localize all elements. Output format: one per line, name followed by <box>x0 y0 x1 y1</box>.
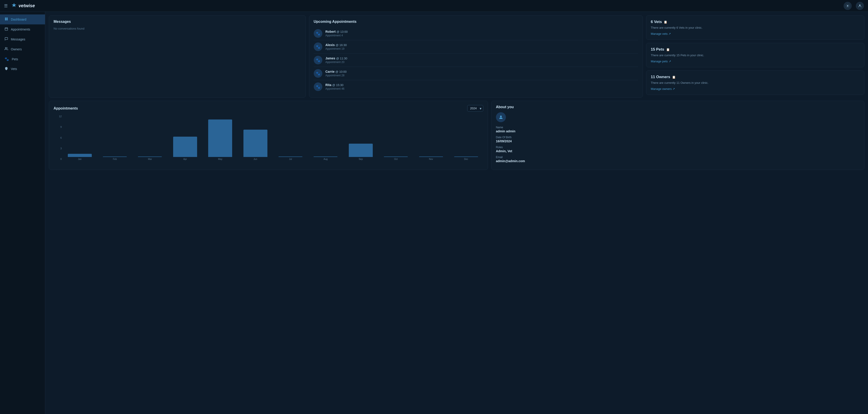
sidebar-item-owners[interactable]: Owners <box>0 44 45 54</box>
sidebar-label-messages: Messages <box>11 37 25 41</box>
owners-stat-title: 11 Owners 📋 <box>651 75 860 79</box>
about-title: About you <box>496 105 860 109</box>
y-label-12: 12 <box>54 115 62 118</box>
bar-sep <box>349 144 373 157</box>
bar-apr <box>173 137 197 157</box>
hamburger-icon[interactable]: ☰ <box>4 3 8 8</box>
appt-name: Rita @ 15:30 <box>326 83 344 87</box>
svg-point-0 <box>847 5 848 6</box>
sun-icon[interactable] <box>844 2 852 10</box>
appointment-item-james[interactable]: 🐾 James @ 11:30 Appointment 20 <box>314 54 638 67</box>
sidebar-item-dashboard[interactable]: Dashboard <box>0 14 45 24</box>
logo: vetwise <box>11 2 35 9</box>
upcoming-appointments-card: Upcoming Appointments 🐾 Robert @ 13:00 A… <box>309 15 643 98</box>
appt-name: Robert @ 13:00 <box>326 30 348 33</box>
email-block: Email admin@admin.com <box>496 156 860 163</box>
sidebar-label-owners: Owners <box>11 47 22 51</box>
bar-nov <box>419 157 443 157</box>
topbar-left: ☰ vetwise <box>4 2 35 9</box>
appointment-item-rita[interactable]: 🐾 Rita @ 15:30 Appointment 46 <box>314 80 638 93</box>
name-label: Name <box>496 126 860 129</box>
external-link-icon: ↗ <box>669 32 671 35</box>
manage-owners-link[interactable]: Manage owners ↗ <box>651 87 860 91</box>
messages-card: Messages No conversations found <box>49 15 306 98</box>
appt-info: James @ 11:30 Appointment 20 <box>326 57 347 64</box>
email-label: Email <box>496 156 860 159</box>
owners-stat-card: 11 Owners 📋 There are currently 11 Owner… <box>646 70 864 95</box>
manage-pets-link[interactable]: Manage pets ↗ <box>651 60 860 63</box>
sidebar-item-appointments[interactable]: Appointments <box>0 24 45 34</box>
top-row: Messages No conversations found Upcoming… <box>49 15 864 98</box>
sidebar-item-pets[interactable]: 🐾 Pets <box>0 54 45 64</box>
appointment-item-robert[interactable]: 🐾 Robert @ 13:00 Appointment 4 <box>314 27 638 40</box>
copy-icon: 📋 <box>666 48 670 51</box>
bar-group-jan: Jan <box>63 154 97 160</box>
bar-group-dec: Dec <box>449 157 483 160</box>
appt-name: Carrie @ 10:00 <box>326 70 347 73</box>
sidebar: Dashboard Appointments Messages Owners 🐾… <box>0 12 45 414</box>
bar-may <box>208 119 232 157</box>
svg-point-11 <box>500 116 502 117</box>
copy-icon: 📋 <box>672 75 676 79</box>
manage-vets-link[interactable]: Manage vets ↗ <box>651 32 860 35</box>
paw-avatar: 🐾 <box>314 69 322 78</box>
bar-group-jul: Jul <box>273 157 307 160</box>
topbar: ☰ vetwise <box>0 0 868 12</box>
bar-label-jan: Jan <box>78 158 82 160</box>
appointment-item-alexis[interactable]: 🐾 Alexis @ 16:30 Appointment 19 <box>314 40 638 54</box>
appt-name: Alexis @ 16:30 <box>326 43 347 47</box>
bar-label-aug: Aug <box>324 158 328 160</box>
bar-label-apr: Apr <box>183 158 187 160</box>
topbar-right <box>844 2 864 10</box>
bar-label-sep: Sep <box>359 158 363 160</box>
appointment-item-carrie[interactable]: 🐾 Carrie @ 10:00 Appointment 28 <box>314 67 638 80</box>
dob-value: 16/09/2024 <box>496 139 860 143</box>
name-value: admin admin <box>496 130 860 133</box>
bar-oct <box>384 157 408 157</box>
appointments-list: 🐾 Robert @ 13:00 Appointment 4 🐾 Alexis <box>314 27 638 93</box>
svg-rect-5 <box>6 19 8 20</box>
owners-stat-desc: There are currently 11 Owners in your cl… <box>651 81 860 84</box>
appt-sub: Appointment 4 <box>326 34 348 37</box>
vets-stat-card: 6 Vets 📋 There are currently 6 Vets in y… <box>646 15 864 40</box>
appt-sub: Appointment 28 <box>326 74 347 77</box>
appt-sub: Appointment 19 <box>326 47 347 50</box>
bar-group-mar: Mar <box>133 157 167 160</box>
pets-stat-card: 15 Pets 📋 There are currently 15 Pets in… <box>646 43 864 67</box>
copy-icon: 📋 <box>664 20 667 24</box>
bar-label-jul: Jul <box>289 158 292 160</box>
sidebar-label-pets: Pets <box>12 57 18 61</box>
sidebar-item-vets[interactable]: Vets <box>0 64 45 74</box>
bar-label-dec: Dec <box>464 158 468 160</box>
svg-point-10 <box>5 47 6 48</box>
bar-group-oct: Oct <box>379 157 413 160</box>
bar-feb <box>103 157 127 157</box>
vets-stat-title: 6 Vets 📋 <box>651 20 860 24</box>
external-link-icon: ↗ <box>669 60 671 63</box>
year-select[interactable]: 2024 2023 2022 <box>467 105 483 111</box>
external-link-icon: ↗ <box>673 87 675 91</box>
appointments-icon <box>4 27 8 32</box>
svg-rect-2 <box>5 18 6 19</box>
bar-jul <box>278 157 303 157</box>
bars-container: JanFebMarAprMayJunJulAugSepOctNovDec <box>63 115 483 160</box>
chart-title: Appointments <box>54 106 78 110</box>
user-avatar-button[interactable] <box>856 2 864 10</box>
appt-sub: Appointment 20 <box>326 61 347 64</box>
svg-rect-4 <box>5 19 6 20</box>
sidebar-item-messages[interactable]: Messages <box>0 34 45 44</box>
messages-icon <box>4 37 8 41</box>
bar-aug <box>313 157 338 157</box>
paw-avatar: 🐾 <box>314 56 322 64</box>
bar-group-feb: Feb <box>98 157 132 160</box>
pets-stat-desc: There are currently 15 Pets in your clin… <box>651 54 860 57</box>
bar-jan <box>68 154 92 157</box>
y-label-3: 3 <box>54 147 62 150</box>
vets-stat-desc: There are currently 6 Vets in your clini… <box>651 26 860 29</box>
bar-label-may: May <box>218 158 222 160</box>
y-label-9: 9 <box>54 126 62 128</box>
svg-point-1 <box>859 4 861 6</box>
messages-title: Messages <box>54 20 301 24</box>
stats-column: 6 Vets 📋 There are currently 6 Vets in y… <box>646 15 864 98</box>
bar-mar <box>138 157 162 157</box>
